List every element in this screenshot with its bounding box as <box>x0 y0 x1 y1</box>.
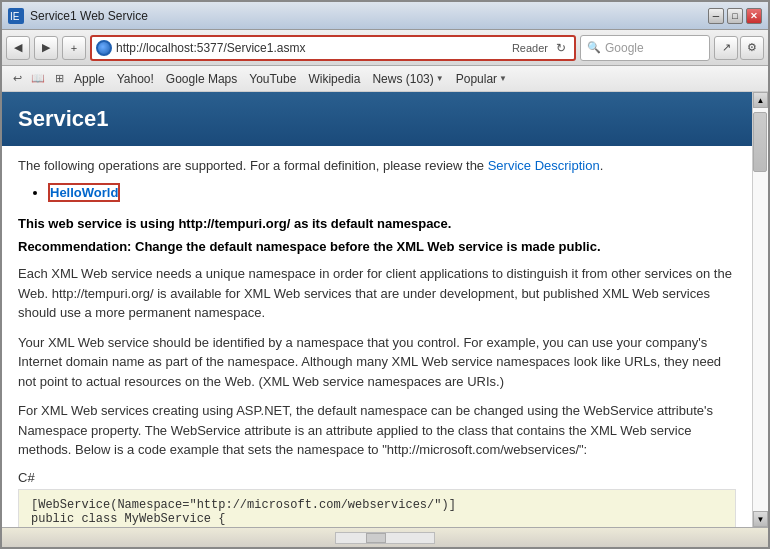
page-body: The following operations are supported. … <box>2 146 752 527</box>
refresh-button[interactable]: ↻ <box>552 41 570 55</box>
helloworld-link[interactable]: HelloWorld <box>50 185 118 200</box>
body-para-3: For XML Web services creating using ASP.… <box>18 401 736 460</box>
csharp-code-block: [WebService(Namespace="http://microsoft.… <box>18 489 736 528</box>
bookmarks-list-icon[interactable]: 📖 <box>29 70 47 88</box>
list-item: HelloWorld <box>48 183 736 202</box>
svg-text:IE: IE <box>10 11 20 22</box>
h-scroll-thumb[interactable] <box>366 533 386 543</box>
share-button[interactable]: ↗ <box>714 36 738 60</box>
forward-button[interactable]: ▶ <box>34 36 58 60</box>
horizontal-scrollbar[interactable] <box>335 532 435 544</box>
status-bar <box>2 527 768 547</box>
bookmark-news[interactable]: News (103) ▼ <box>372 72 443 86</box>
bookmarks-bar: ↩ 📖 ⊞ Apple Yahoo! Google Maps YouTube W… <box>2 66 768 92</box>
search-icon: 🔍 <box>587 41 601 54</box>
back-icon[interactable]: ↩ <box>8 70 26 88</box>
namespace-notice: This web service is using http://tempuri… <box>18 216 736 231</box>
body-para-1: Each XML Web service needs a unique name… <box>18 264 736 323</box>
nav-right-buttons: ↗ ⚙ <box>714 36 764 60</box>
page-title: Service1 <box>18 106 736 132</box>
settings-button[interactable]: ⚙ <box>740 36 764 60</box>
status-bar-inner <box>6 532 764 544</box>
vertical-scrollbar[interactable]: ▲ ▼ <box>752 92 768 527</box>
app-icon: IE <box>8 8 24 24</box>
new-tab-button[interactable]: + <box>62 36 86 60</box>
body-para-2: Your XML Web service should be identifie… <box>18 333 736 392</box>
window-controls: ─ □ ✕ <box>708 8 762 24</box>
scroll-up-button[interactable]: ▲ <box>753 92 768 108</box>
reader-button[interactable]: Reader <box>508 42 552 54</box>
title-bar: IE Service1 Web Service ─ □ ✕ <box>2 2 768 30</box>
window-frame: IE Service1 Web Service ─ □ ✕ ◀ ▶ + http… <box>0 0 770 549</box>
popular-arrow-icon: ▼ <box>499 74 507 83</box>
service-description-link[interactable]: Service Description <box>488 158 600 173</box>
intro-paragraph: The following operations are supported. … <box>18 158 736 173</box>
page-header: Service1 <box>2 92 752 146</box>
operations-list: HelloWorld <box>48 183 736 202</box>
scroll-down-button[interactable]: ▼ <box>753 511 768 527</box>
page-icon <box>96 40 112 56</box>
back-button[interactable]: ◀ <box>6 36 30 60</box>
close-button[interactable]: ✕ <box>746 8 762 24</box>
bookmark-yahoo[interactable]: Yahoo! <box>117 72 154 86</box>
navigation-bar: ◀ ▶ + http://localhost:5377/Service1.asm… <box>2 30 768 66</box>
window-title: Service1 Web Service <box>30 9 702 23</box>
scroll-thumb[interactable] <box>753 112 767 172</box>
operation-link-wrap: HelloWorld <box>48 183 120 202</box>
bookmark-apple[interactable]: Apple <box>74 72 105 86</box>
url-bar[interactable]: http://localhost:5377/Service1.asmx Read… <box>90 35 576 61</box>
recommendation: Recommendation: Change the default names… <box>18 239 736 254</box>
bookmark-youtube[interactable]: YouTube <box>249 72 296 86</box>
minimize-button[interactable]: ─ <box>708 8 724 24</box>
bookmark-icons: ↩ 📖 ⊞ <box>8 70 68 88</box>
page-content[interactable]: Service1 The following operations are su… <box>2 92 752 527</box>
scroll-track[interactable] <box>753 108 768 511</box>
bookmark-googlemaps[interactable]: Google Maps <box>166 72 237 86</box>
news-arrow-icon: ▼ <box>436 74 444 83</box>
csharp-label: C# <box>18 470 736 485</box>
content-area: Service1 The following operations are su… <box>2 92 768 527</box>
url-text: http://localhost:5377/Service1.asmx <box>116 41 508 55</box>
bookmark-items: Apple Yahoo! Google Maps YouTube Wikiped… <box>74 72 507 86</box>
restore-button[interactable]: □ <box>727 8 743 24</box>
bookmark-wikipedia[interactable]: Wikipedia <box>308 72 360 86</box>
bookmark-popular[interactable]: Popular ▼ <box>456 72 507 86</box>
search-bar[interactable]: 🔍 Google <box>580 35 710 61</box>
search-placeholder: Google <box>605 41 644 55</box>
grid-icon[interactable]: ⊞ <box>50 70 68 88</box>
